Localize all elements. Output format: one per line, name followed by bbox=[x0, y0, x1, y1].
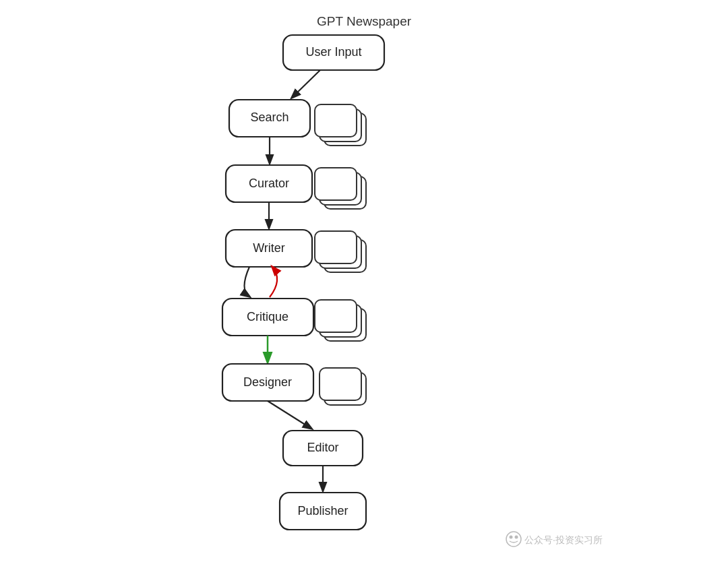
arrow-critique-writer-red bbox=[270, 267, 277, 297]
search-label: Search bbox=[250, 111, 289, 124]
watermark-text: 公众号·投资实习所 bbox=[524, 534, 603, 545]
critique-label: Critique bbox=[247, 310, 289, 323]
svg-rect-13 bbox=[320, 368, 361, 400]
arrow-writer-critique-black bbox=[245, 267, 250, 296]
wechat-smile bbox=[510, 541, 518, 542]
diagram-title: GPT Newspaper bbox=[317, 14, 412, 28]
svg-rect-11 bbox=[315, 300, 357, 332]
editor-label: Editor bbox=[307, 441, 338, 454]
svg-rect-2 bbox=[315, 104, 357, 137]
writer-label: Writer bbox=[253, 241, 285, 255]
user-input-label: User Input bbox=[305, 45, 361, 59]
arrow-userinput-search bbox=[292, 70, 320, 98]
publisher-label: Publisher bbox=[297, 504, 348, 518]
curator-label: Curator bbox=[249, 177, 289, 190]
wechat-eye-right bbox=[515, 536, 518, 539]
svg-rect-5 bbox=[315, 168, 357, 200]
wechat-icon bbox=[506, 532, 521, 547]
wechat-eye-left bbox=[510, 536, 513, 539]
svg-rect-8 bbox=[315, 231, 357, 263]
arrow-designer-editor bbox=[268, 401, 311, 429]
designer-label: Designer bbox=[243, 375, 292, 389]
